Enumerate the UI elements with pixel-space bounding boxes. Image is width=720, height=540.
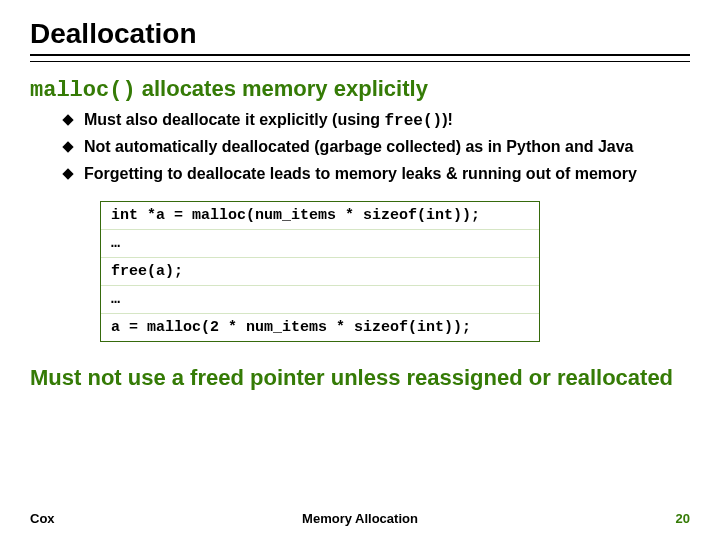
bullet-text-pre: Must also deallocate it explicitly (usin… bbox=[84, 111, 385, 128]
heading-code: malloc() bbox=[30, 78, 136, 103]
code-line: … bbox=[101, 285, 539, 313]
bullet-text-pre: Not automatically deallocated (garbage c… bbox=[84, 138, 633, 155]
page-title: Deallocation bbox=[30, 18, 690, 50]
warning-heading: Must not use a freed pointer unless reas… bbox=[46, 364, 690, 392]
code-line: int *a = malloc(num_items * sizeof(int))… bbox=[101, 202, 539, 229]
list-item: Must also deallocate it explicitly (usin… bbox=[64, 109, 690, 132]
code-line: free(a); bbox=[101, 257, 539, 285]
heading-rest: allocates memory explicitly bbox=[136, 76, 428, 101]
slide-footer: Cox Memory Allocation 20 bbox=[30, 511, 690, 526]
bullet-text-code: free() bbox=[385, 112, 443, 130]
footer-center: Memory Allocation bbox=[30, 511, 690, 526]
code-block: int *a = malloc(num_items * sizeof(int))… bbox=[100, 201, 540, 342]
list-item: Not automatically deallocated (garbage c… bbox=[64, 136, 690, 158]
code-line: a = malloc(2 * num_items * sizeof(int)); bbox=[101, 313, 539, 341]
list-item: Forgetting to deallocate leads to memory… bbox=[64, 163, 690, 185]
slide: Deallocation malloc() allocates memory e… bbox=[0, 0, 720, 540]
section-heading: malloc() allocates memory explicitly bbox=[30, 76, 690, 103]
bullet-list: Must also deallocate it explicitly (usin… bbox=[30, 109, 690, 185]
code-line: … bbox=[101, 229, 539, 257]
bullet-text-post: )! bbox=[442, 111, 453, 128]
bullet-text-pre: Forgetting to deallocate leads to memory… bbox=[84, 165, 637, 182]
title-rule bbox=[30, 54, 690, 62]
